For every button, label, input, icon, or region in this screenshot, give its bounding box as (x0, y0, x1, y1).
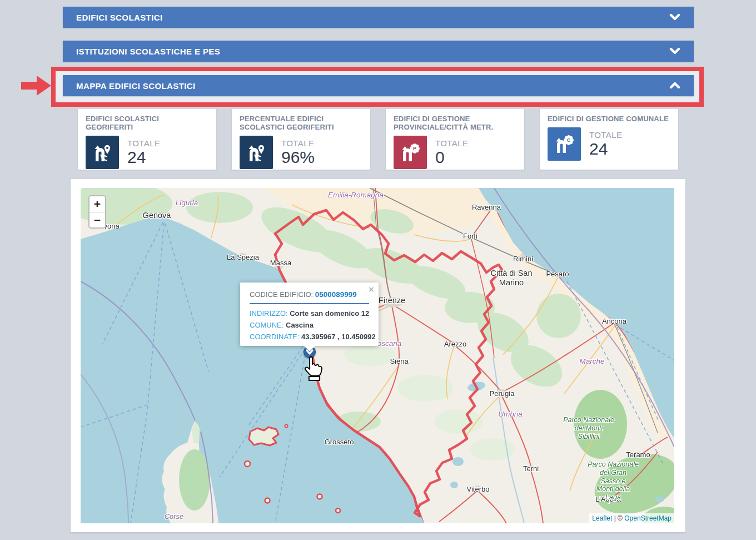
codice-label: CODICE EDIFICIO: (250, 290, 315, 299)
total-label: TOTALE (281, 138, 315, 148)
map-card: Genova avona Liguria Emilia-Romagna La S… (71, 179, 685, 532)
total-value: 24 (589, 141, 622, 157)
accordion-edifici-scolastici[interactable]: EDIFICI SCOLASTICI (63, 7, 694, 28)
accordion-label: MAPPA EDIFICI SCOLASTICI (76, 81, 196, 91)
building-geo-pin-icon (86, 136, 119, 169)
dashboard: EDIFICI SCOLASTICI ISTITUZIONI SCOLASTIC… (0, 0, 756, 540)
map-label-siena: Siena (390, 357, 408, 365)
highlight-arrow-icon (21, 76, 51, 98)
total-value: 0 (435, 149, 468, 166)
accordion-label: ISTITUZIONI SCOLASTICHE E PES (76, 47, 220, 56)
map-label-grosseto: Grosseto (325, 438, 354, 446)
stat-card-percentuale-georiferiti: PERCENTUALE EDIFICI SCOLASTICI GEORIFERI… (232, 109, 370, 170)
map-label-corse: Corse (165, 512, 184, 521)
accordion-istituzioni-scolastiche[interactable]: ISTITUZIONI SCOLASTICHE E PES (63, 41, 694, 62)
svg-text:C: C (567, 137, 571, 143)
basemap (81, 188, 674, 523)
map-label-teramo: Teramo (626, 450, 650, 459)
map-label-marche: Marche (579, 357, 604, 366)
map-label-parco-gran-sasso: Parco Nazionale del Gran Sasso e Monti d… (588, 460, 639, 502)
map-label-pesaro: Pesaro (546, 270, 569, 278)
svg-text:P: P (413, 146, 416, 151)
stat-card-georiferiti: EDIFICI SCOLASTICI GEORIFERITI TOTALE 24 (78, 109, 216, 170)
map-label-emilia-romagna: Emilia-Romagna (328, 191, 384, 200)
map-label-umbria: Umbria (498, 410, 523, 419)
popup-tail (304, 345, 316, 351)
accordion-mappa-edifici[interactable]: MAPPA EDIFICI SCOLASTICI (63, 75, 694, 96)
total-value: 24 (127, 149, 160, 166)
map-label-firenze: Firenze (379, 296, 405, 305)
stat-card-gestione-comunale: EDIFICI DI GESTIONE COMUNALE C TOTALE 24 (540, 109, 678, 170)
openstreetmap-link[interactable]: OpenStreetMap (624, 514, 672, 522)
stat-card-title: EDIFICI DI GESTIONE COMUNALE (548, 115, 670, 123)
total-label: TOTALE (127, 138, 160, 148)
building-gear-c-icon: C (548, 127, 581, 161)
map-label-parco-sibillini: Parco Nazionale dei Monti Sibillini (563, 416, 614, 440)
popup-divider (250, 303, 369, 304)
chevron-down-icon (669, 13, 680, 22)
accordion-label: EDIFICI SCOLASTICI (76, 13, 163, 22)
building-gear-p-icon: P (394, 136, 427, 169)
chevron-down-icon (669, 47, 680, 56)
stat-card-gestione-provinciale: EDIFICI DI GESTIONE PROVINCIALE/CITTÀ ME… (386, 109, 524, 170)
attribution-separator: | © (612, 514, 624, 522)
map-label-genova: Genova (143, 211, 171, 220)
map-label-massa: Massa (270, 259, 291, 267)
map-label-san-marino: Città di San Marino (491, 269, 533, 288)
stat-card-title: EDIFICI DI GESTIONE PROVINCIALE/CITTÀ ME… (394, 115, 516, 132)
total-value: 96% (281, 149, 315, 166)
leaflet-link[interactable]: Leaflet (592, 514, 612, 522)
map-popup: × CODICE EDIFICIO: 0500089999 INDIRIZZO:… (240, 283, 379, 346)
chevron-up-icon (669, 81, 680, 91)
map-label-rimini: Rimini (513, 255, 533, 263)
map-label-ravenna: Ravenna (472, 203, 501, 211)
building-geo-pin-icon (240, 136, 273, 169)
leaflet-map[interactable]: Genova avona Liguria Emilia-Romagna La S… (81, 188, 674, 523)
coordinate-value: 43.395967 , 10.450992 (301, 333, 376, 341)
coordinate-label: COORDINATE: (250, 333, 301, 341)
stat-card-title: PERCENTUALE EDIFICI SCOLASTICI GEORIFERI… (240, 115, 362, 132)
indirizzo-label: INDIRIZZO: (250, 309, 290, 318)
map-label-arezzo: Arezzo (444, 340, 466, 348)
zoom-control: + − (88, 195, 106, 229)
map-label-terni: Terni (523, 464, 539, 473)
map-label-forli: Forlì (463, 232, 478, 240)
close-icon[interactable]: × (369, 285, 374, 294)
map-label-perugia: Perugia (490, 389, 515, 398)
map-label-liguria: Liguria (176, 199, 198, 207)
map-label-ancona: Ancona (602, 317, 626, 325)
indirizzo-value: Corte san domenico 12 (290, 309, 369, 318)
codice-edificio-link[interactable]: 0500089999 (315, 290, 357, 299)
comune-value: Cascina (286, 321, 314, 329)
map-attribution: Leaflet | © OpenStreetMap (589, 513, 674, 523)
zoom-out-button[interactable]: − (89, 212, 105, 227)
total-label: TOTALE (589, 130, 622, 140)
stat-card-title: EDIFICI SCOLASTICI GEORIFERITI (86, 115, 208, 132)
comune-label: COMUNE: (250, 321, 286, 329)
total-label: TOTALE (435, 138, 468, 148)
map-label-viterbo: Viterbo (467, 485, 490, 493)
map-label-la-spezia: La Spezia (227, 253, 259, 261)
zoom-in-button[interactable]: + (89, 196, 105, 212)
